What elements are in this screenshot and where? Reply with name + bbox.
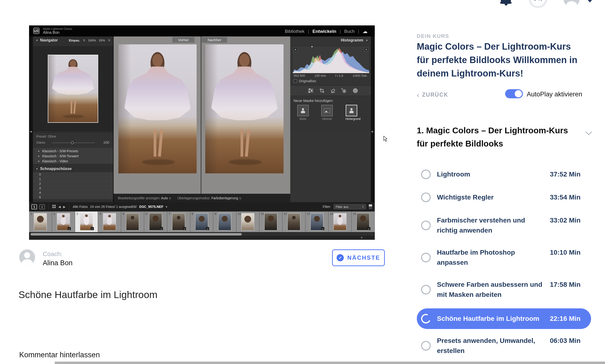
lesson-row[interactable]: Schwere Farben ausbessern und mit Masken… (417, 280, 591, 300)
eraser-tool-icon (330, 88, 336, 93)
overlay-label: Überlagerungsmodus: (178, 196, 211, 200)
updown-icon: ⇅ (239, 197, 241, 200)
filmstrip-thumb[interactable]: 8 ± (190, 211, 213, 232)
overlay-value: Farbüberlagerung (211, 196, 238, 200)
preset-label: Preset: Ohne (36, 134, 56, 138)
thumb-number: 7 (168, 212, 170, 216)
lr-catalog-name: Alina Bon (43, 30, 59, 35)
mask-option-sky: Himmel (321, 105, 333, 121)
lesson-label: Presets anwenden, Umwandel, erstellen (437, 336, 544, 356)
snapshot-item: 0 (33, 172, 113, 177)
preset-group: ▶Klassisch - S/W-Tonwert (33, 154, 113, 158)
preset-strip: Preset: Ohne Stärke 100 (33, 132, 113, 148)
course-sidebar: DEIN KURS Magic Colors – Der Lightroom-K… (417, 0, 605, 364)
filmstrip-filename: DSC_9575.NEF (139, 205, 163, 209)
filmstrip-thumb[interactable]: 9 (213, 211, 236, 232)
snapshot-item: 3 (33, 186, 113, 190)
comment-heading: Kommentar hinterlassen (19, 351, 100, 359)
expand-icon: ▶ (38, 150, 40, 152)
lesson-duration: 22:16 Min (550, 314, 580, 324)
navigator-title: Navigator (40, 38, 58, 42)
thumb-number: 8 (192, 212, 193, 216)
filmstrip-collapse-icon: ▼ (360, 236, 363, 239)
thumb-number: 9 (215, 212, 216, 216)
screen-1-button: 1 (31, 204, 37, 209)
active-tool-dot (311, 46, 313, 47)
updown-icon: ⇅ (83, 39, 85, 42)
lesson-row-active[interactable]: Schöne Hautfarbe im Lightroom 22:16 Min (417, 308, 591, 329)
filmstrip-thumb[interactable]: 11 (260, 211, 283, 232)
lesson-row[interactable]: Lightroom 37:52 Min (417, 169, 591, 179)
filter-switch-icon (369, 204, 372, 209)
filmstrip-thumb[interactable]: 7 ± (167, 211, 190, 232)
navigator-preview (33, 46, 113, 131)
pins-label: Bearbeitungsstifte anzeigen: (118, 196, 160, 200)
red-eye-tool-icon (341, 88, 347, 93)
filmstrip-thumb[interactable]: 5 (121, 211, 144, 232)
filmstrip-thumb[interactable]: 6 ± (144, 211, 167, 232)
filmstrip-thumb[interactable]: 14 (329, 211, 352, 232)
preset-group-label: Klassisch - S/W-Presets (42, 149, 78, 153)
thumb-number: 14 (330, 212, 333, 216)
panel-collapse-icon: ▼ (36, 168, 38, 170)
scrollbar-thumb (30, 233, 242, 235)
lesson-duration: 10:10 Min (550, 247, 580, 258)
snapshot-item: 1 (33, 177, 113, 181)
filmstrip-thumb[interactable]: 10 (236, 211, 260, 232)
masking-tool-icon (352, 88, 358, 94)
lesson-row[interactable]: Farbmischer verstehen und richtig anwend… (417, 215, 591, 235)
back-link[interactable]: ‹ ZURÜCK (417, 91, 448, 98)
thumb-photo (241, 213, 254, 230)
filmstrip-source: Alle Fotos (73, 205, 88, 209)
lesson-row[interactable]: Wichtigste Regler 33:54 Min (417, 192, 591, 202)
preset-group: ▶Klassisch - S/W-Presets (33, 148, 113, 154)
snapshots-list: 0 1 2 3 4 5 (33, 172, 113, 199)
check-icon: ✓ (337, 254, 344, 261)
iso-value: ISO 500 (294, 74, 305, 78)
thumb-photo (103, 213, 116, 230)
aperture-value: f / 1,4 (335, 74, 343, 78)
expand-icon: ▶ (38, 155, 40, 157)
filmstrip-thumb[interactable]: 4 (98, 211, 121, 232)
toggle-knob (515, 90, 522, 97)
thumb-number: 15 (353, 212, 356, 216)
lesson-status-circle (421, 193, 431, 202)
lesson-row[interactable]: Hautfarbe im Photoshop anpassen 10:10 Mi… (417, 247, 591, 268)
add-mask-heading: Neue Maske hinzufügen: (294, 99, 333, 103)
next-lesson-button[interactable]: ✓ NÄCHSTE (332, 249, 385, 266)
lesson-status-circle (421, 221, 431, 230)
updown-icon: ⇅ (169, 197, 171, 200)
video-player-frame[interactable]: LrC Adobe Lightroom Classic Alina Bon Bi… (29, 26, 375, 240)
after-pane: Nachher (201, 37, 290, 194)
prev-photo-icon: ◀ (58, 205, 61, 209)
lesson-row[interactable]: Presets anwenden, Umwandel, erstellen 06… (417, 336, 591, 356)
filmstrip-thumb[interactable]: 3 ± (75, 211, 98, 232)
updown-icon: ⇅ (108, 39, 110, 42)
expand-icon: ▶ (38, 160, 40, 162)
focal-length-value: 105 mm (315, 74, 326, 78)
autoplay-toggle[interactable] (505, 89, 523, 98)
lr-compare-view: Vorher Nachher Bearbeitungsstifte anzeig… (113, 37, 290, 202)
coach-name: Alina Bon (43, 259, 72, 267)
preset-strength-value: 100 (103, 140, 109, 144)
thumb-number: 6 (146, 212, 147, 216)
lr-left-edge: ◀ (29, 37, 33, 202)
chevron-left-icon: ‹ (417, 92, 420, 97)
course-eyebrow: DEIN KURS (417, 33, 449, 39)
filmstrip-thumb[interactable]: 2 ± (52, 211, 75, 232)
divider: | (340, 29, 341, 34)
lesson-duration: 37:52 Min (550, 169, 580, 179)
filmstrip-thumb[interactable]: 15 ± (352, 211, 375, 232)
filmstrip-thumb[interactable]: 13 ± (306, 211, 329, 232)
mouse-cursor-icon (384, 136, 388, 143)
filmstrip-thumb[interactable]: 12 (283, 211, 306, 232)
masking-panel: Neue Maske hinzufügen: Motiv Himmel Hint… (290, 96, 371, 132)
filmstrip-thumb[interactable]: 1 (29, 211, 52, 232)
next-photo-icon: ▶ (63, 205, 66, 209)
grid-view-icon (52, 205, 56, 209)
histogram-graph: ▲ ▲ (292, 46, 370, 73)
thumb-number: 3 (76, 212, 78, 216)
section-chevron-icon[interactable] (585, 131, 592, 136)
pins-value: Auto (161, 196, 168, 200)
thumb-adjustment-badge-icon: ± (183, 227, 186, 230)
